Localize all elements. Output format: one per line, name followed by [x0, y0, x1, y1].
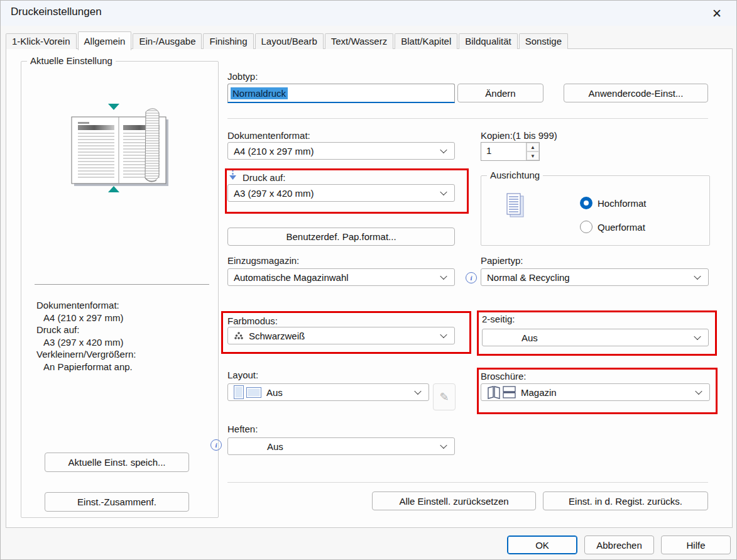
ausrichtung-group: Ausrichtung Hochformat Querformat [481, 175, 710, 246]
einzugsmagazin-dropdown[interactable]: Automatische Magazinwahl [227, 268, 455, 286]
radio-hochformat[interactable]: Hochformat [580, 197, 647, 209]
chevron-down-icon [695, 388, 702, 395]
close-icon[interactable]: ✕ [706, 4, 728, 22]
papiertyp-dropdown[interactable]: Normal & Recycling [481, 268, 709, 286]
chevron-down-icon [440, 273, 447, 280]
layout-dropdown[interactable]: Aus [227, 383, 429, 401]
tab-text-wasserz[interactable]: Text/Wasserz [325, 33, 393, 49]
chevron-down-icon [694, 273, 701, 280]
ausrichtung-group-title: Ausrichtung [487, 170, 543, 180]
usercode-settings-button[interactable]: Anwendercode-Einst... [564, 84, 708, 102]
broschuere-value: Magazin [521, 387, 557, 398]
tab-blatt-kapitel[interactable]: Blatt/Kapitel [395, 33, 457, 49]
kopien-value: 1 [481, 143, 526, 160]
dokumentenformat-dropdown[interactable]: A4 (210 x 297 mm) [227, 142, 455, 160]
spin-down-icon[interactable]: ▼ [527, 151, 539, 160]
heften-label: Heften: [227, 424, 258, 434]
tab-bildqualitaet[interactable]: Bildqualität [459, 33, 517, 49]
info-icon[interactable]: i [466, 272, 477, 283]
kopien-label: Kopien:(1 bis 999) [481, 130, 557, 141]
summary-line: A3 (297 x 420 mm) [36, 336, 136, 349]
portrait-document-icon [505, 192, 525, 219]
summary-line: An Papierformat anp. [36, 361, 136, 373]
chevron-down-icon [440, 331, 447, 338]
chevron-down-icon [440, 189, 447, 195]
summary-line: Druck auf: [36, 324, 136, 336]
custom-paper-format-button[interactable]: Benutzerdef. Pap.format... [227, 228, 455, 246]
radio-unselected-icon [580, 221, 592, 233]
broschuere-dropdown[interactable]: Magazin [481, 383, 710, 401]
layout-label: Layout: [227, 370, 258, 380]
chevron-down-icon [440, 146, 447, 153]
booklet-preview-image [53, 94, 178, 201]
summary-line: A4 (210 x 297 mm) [36, 312, 136, 324]
tab-finishing[interactable]: Finishing [203, 33, 253, 49]
chevron-down-icon [440, 442, 447, 449]
einzugsmagazin-value: Automatische Magazinwahl [234, 272, 349, 283]
edit-layout-button[interactable]: ✎ [433, 383, 456, 410]
broschuere-label: Broschüre: [481, 371, 527, 382]
einzugsmagazin-label: Einzugsmagazin: [227, 255, 299, 266]
tab-1-klick-vorein[interactable]: 1-Klick-Vorein [6, 33, 77, 49]
save-current-settings-button[interactable]: Aktuelle Einst. speich... [45, 453, 189, 472]
radio-selected-icon [580, 197, 592, 209]
dokumentenformat-label: Dokumentenformat: [227, 130, 310, 141]
summary-line: Verkleinern/Vergrößern: [36, 348, 136, 361]
kopien-stepper[interactable]: 1 ▲ ▼ [481, 142, 540, 161]
info-icon[interactable]: i [210, 439, 222, 451]
zweiseitig-label: 2-seitig: [482, 314, 515, 324]
open-book-icon [487, 385, 517, 399]
current-settings-group-title: Aktuelle Einstellung [27, 55, 116, 66]
radio-querformat-label: Querformat [598, 222, 645, 233]
druck-auf-label: Druck auf: [243, 172, 285, 183]
dialog-title: Druckeinstellungen [11, 6, 102, 18]
dokumentenformat-value: A4 (210 x 297 mm) [234, 146, 314, 156]
help-button[interactable]: Hilfe [661, 535, 731, 554]
heften-dropdown[interactable]: Aus [227, 437, 455, 455]
landscape-page-icon [246, 387, 261, 398]
chevron-down-icon [414, 388, 421, 395]
druck-auf-dropdown[interactable]: A3 (297 x 420 mm) [227, 184, 455, 202]
settings-summary-button[interactable]: Einst.-Zusammenf. [45, 492, 189, 512]
pencil-icon: ✎ [439, 390, 449, 404]
tab-sonstige[interactable]: Sonstige [519, 33, 568, 49]
jobtyp-field[interactable]: Normaldruck [227, 84, 455, 103]
print-settings-dialog: Druckeinstellungen ✕ 1-Klick-Vorein Allg… [0, 0, 737, 560]
settings-summary: Dokumentenformat: A4 (210 x 297 mm) Druc… [36, 299, 136, 373]
portrait-page-icon [234, 385, 244, 399]
tab-layout-bearb[interactable]: Layout/Bearb [255, 33, 324, 49]
insert-arrow-icon [229, 170, 237, 180]
jobtyp-selected-text: Normaldruck [231, 87, 288, 99]
layout-value: Aus [266, 387, 283, 398]
section-divider [227, 118, 708, 119]
papiertyp-label: Papiertyp: [481, 255, 523, 266]
chevron-down-icon [694, 333, 701, 340]
tab-page-allgemein: Aktuelle Einstellung [6, 48, 733, 528]
farbmodus-value: Schwarzweiß [249, 331, 305, 341]
zweiseitig-value: Aus [521, 332, 538, 343]
radio-querformat[interactable]: Querformat [580, 221, 645, 233]
radio-hochformat-label: Hochformat [598, 198, 647, 209]
left-panel-divider [35, 284, 209, 285]
tab-ein-ausgabe[interactable]: Ein-/Ausgabe [133, 33, 202, 49]
summary-line: Dokumentenformat: [36, 299, 136, 312]
farbmodus-label: Farbmodus: [227, 316, 278, 326]
spin-up-icon[interactable]: ▲ [527, 143, 539, 151]
ok-button[interactable]: OK [507, 535, 577, 554]
jobtyp-label: Jobtyp: [227, 71, 258, 82]
farbmodus-dropdown[interactable]: Schwarzweiß [227, 327, 455, 344]
papiertyp-value: Normal & Recycling [487, 272, 570, 283]
halftone-dots-icon [234, 331, 244, 341]
druck-auf-value: A3 (297 x 420 mm) [234, 188, 314, 199]
current-settings-group: Aktuelle Einstellung [21, 61, 219, 518]
tab-bar: 1-Klick-Vorein Allgemein Ein-/Ausgabe Fi… [6, 30, 569, 49]
tab-allgemein[interactable]: Allgemein [78, 31, 132, 50]
zweiseitig-dropdown[interactable]: Aus [482, 329, 709, 346]
heften-value: Aus [267, 441, 283, 452]
change-jobtyp-button[interactable]: Ändern [457, 84, 543, 102]
reset-register-settings-button[interactable]: Einst. in d. Regist. zurücks. [543, 491, 708, 510]
cancel-button[interactable]: Abbrechen [584, 535, 654, 554]
section-divider [227, 482, 708, 483]
reset-all-settings-button[interactable]: Alle Einstell. zurücksetzen [372, 491, 536, 510]
title-bar: Druckeinstellungen ✕ [1, 1, 736, 26]
